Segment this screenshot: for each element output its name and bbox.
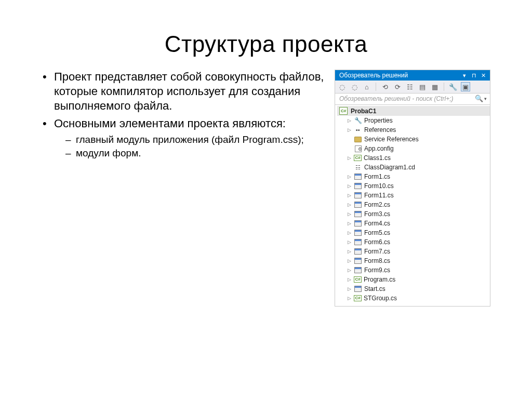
- chevron-right-icon[interactable]: ▷: [347, 193, 352, 198]
- pin-icon[interactable]: ⊓: [470, 72, 477, 79]
- search-icon[interactable]: 🔍: [475, 95, 483, 102]
- tree-item-properties[interactable]: ▷ 🔧 Properties: [337, 116, 490, 125]
- chevron-right-icon[interactable]: ▷: [347, 258, 352, 263]
- chevron-right-icon[interactable]: ▷: [347, 277, 352, 282]
- csproj-icon: C#: [339, 107, 348, 115]
- form-icon: [354, 238, 362, 246]
- project-name: ProbaC1: [351, 108, 376, 115]
- tree-item-form7[interactable]: ▷ Form7.cs: [337, 247, 490, 256]
- form-icon: [354, 285, 362, 293]
- tree-item-form6[interactable]: ▷ Form6.cs: [337, 237, 490, 247]
- item-label: Form10.cs: [364, 182, 394, 190]
- chevron-right-icon[interactable]: ▷: [347, 174, 352, 179]
- item-label: Form1.cs: [364, 172, 390, 181]
- item-label: Form6.cs: [364, 238, 390, 246]
- tree-item-start[interactable]: ▷ Start.cs: [337, 284, 490, 294]
- tree-item-service-references[interactable]: Service References: [337, 135, 490, 144]
- chevron-right-icon[interactable]: ▷: [347, 118, 352, 123]
- nav-back-icon[interactable]: ◌: [337, 82, 347, 91]
- chevron-right-icon[interactable]: ▷: [347, 268, 352, 273]
- form-icon: [354, 257, 362, 265]
- tree-item-form2[interactable]: ▷ Form2.cs: [337, 200, 490, 209]
- tree-item-program[interactable]: ▷ C# Program.cs: [337, 275, 490, 284]
- properties-icon[interactable]: 🔧: [448, 82, 458, 91]
- form-icon: [354, 201, 362, 209]
- chevron-right-icon[interactable]: ▷: [347, 221, 352, 226]
- bullet-2: Основными элементами проекта являются: г…: [42, 116, 329, 159]
- dropdown-icon[interactable]: ▾: [461, 72, 468, 79]
- bullet-1: Проект представляет собой совокупность ф…: [42, 70, 329, 113]
- tree-item-form11[interactable]: ▷ Form11.cs: [337, 191, 490, 200]
- item-label: Form5.cs: [364, 229, 390, 237]
- item-label: Form4.cs: [364, 219, 390, 228]
- sub-bullet-1: главный модуль приложения (файл Program.…: [65, 134, 329, 146]
- cs-file-icon: C#: [354, 295, 362, 301]
- preview-icon[interactable]: ▣: [461, 82, 470, 91]
- chevron-right-icon[interactable]: ▷: [347, 286, 352, 291]
- cs-file-icon: C#: [354, 276, 362, 283]
- tree-item-form3[interactable]: ▷ Form3.cs: [337, 209, 490, 219]
- home-icon[interactable]: ⌂: [362, 82, 371, 91]
- item-label: Properties: [364, 116, 393, 125]
- tree-item-appconfig[interactable]: App.config: [337, 144, 490, 153]
- item-label: Program.cs: [364, 275, 395, 284]
- bullet-2-text: Основными элементами проекта являются:: [54, 117, 286, 130]
- search-bar[interactable]: Обозреватель решений - поиск (Ctrl+;) 🔍 …: [335, 94, 490, 105]
- chevron-right-icon[interactable]: ▷: [347, 230, 352, 235]
- tree-item-form1[interactable]: ▷ Form1.cs: [337, 172, 490, 181]
- wrench-icon: 🔧: [354, 117, 362, 125]
- chevron-right-icon[interactable]: ▷: [347, 249, 352, 254]
- chevron-right-icon[interactable]: ▷: [347, 127, 352, 132]
- search-dropdown-icon[interactable]: ▾: [484, 96, 487, 101]
- form-icon: [354, 182, 362, 190]
- form-icon: [354, 248, 362, 256]
- chevron-right-icon[interactable]: ▷: [347, 183, 352, 189]
- collapse-icon[interactable]: ☷: [405, 82, 415, 91]
- references-icon: ▪▪: [354, 126, 362, 134]
- form-icon: [354, 220, 362, 228]
- toolbar-separator: [444, 83, 444, 91]
- folder-icon: [354, 136, 362, 143]
- cs-file-icon: C#: [354, 155, 362, 161]
- project-root[interactable]: C# ProbaC1: [337, 106, 490, 116]
- tree-item-form4[interactable]: ▷ Form4.cs: [337, 219, 490, 228]
- tree-item-form10[interactable]: ▷ Form10.cs: [337, 181, 490, 191]
- item-label: ClassDiagram1.cd: [364, 163, 415, 171]
- tree-item-stgroup[interactable]: ▷ C# STGroup.cs: [337, 294, 490, 303]
- chevron-right-icon[interactable]: ▷: [347, 211, 352, 217]
- item-label: Form8.cs: [364, 257, 390, 265]
- item-label: App.config: [364, 144, 394, 153]
- form-icon: [354, 173, 362, 181]
- chevron-right-icon[interactable]: ▷: [347, 202, 352, 207]
- chevron-right-icon[interactable]: ▷: [347, 155, 352, 161]
- tree-item-class1[interactable]: ▷ C# Class1.cs: [337, 153, 490, 163]
- sync-icon[interactable]: ⟲: [380, 82, 390, 91]
- panel-toolbar: ◌ ◌ ⌂ ⟲ ⟳ ☷ ▤ ▦ 🔧 ▣: [335, 81, 490, 94]
- expander-blank: [347, 146, 352, 151]
- close-icon[interactable]: ✕: [480, 72, 487, 79]
- solution-explorer-panel: Обозреватель решений ▾ ⊓ ✕ ◌ ◌ ⌂ ⟲ ⟳ ☷ ▤: [335, 70, 490, 307]
- form-icon: [354, 192, 362, 200]
- item-label: Service References: [364, 135, 419, 143]
- refresh-icon[interactable]: ⟳: [393, 82, 402, 91]
- chevron-right-icon[interactable]: ▷: [347, 296, 352, 301]
- tree-item-references[interactable]: ▷ ▪▪ References: [337, 125, 490, 135]
- nav-forward-icon[interactable]: ◌: [350, 82, 359, 91]
- sub-bullet-2: модули форм.: [65, 147, 329, 159]
- chevron-right-icon[interactable]: ▷: [347, 240, 352, 245]
- text-column: Проект представляет собой совокупность ф…: [42, 70, 329, 163]
- form-icon: [354, 229, 362, 237]
- form-icon: [354, 210, 362, 218]
- item-label: Form2.cs: [364, 201, 390, 209]
- item-label: Form7.cs: [364, 247, 390, 256]
- view-icon[interactable]: ▦: [430, 82, 440, 91]
- tree-item-form5[interactable]: ▷ Form5.cs: [337, 228, 490, 237]
- tree-item-form8[interactable]: ▷ Form8.cs: [337, 256, 490, 265]
- show-all-icon[interactable]: ▤: [418, 82, 427, 91]
- search-placeholder: Обозреватель решений - поиск (Ctrl+;): [339, 95, 473, 102]
- class-diagram-icon: ☷: [354, 164, 362, 171]
- toolbar-separator: [376, 83, 376, 91]
- item-label: Form9.cs: [364, 266, 390, 274]
- tree-item-form9[interactable]: ▷ Form9.cs: [337, 265, 490, 275]
- tree-item-classdiagram[interactable]: ☷ ClassDiagram1.cd: [337, 163, 490, 172]
